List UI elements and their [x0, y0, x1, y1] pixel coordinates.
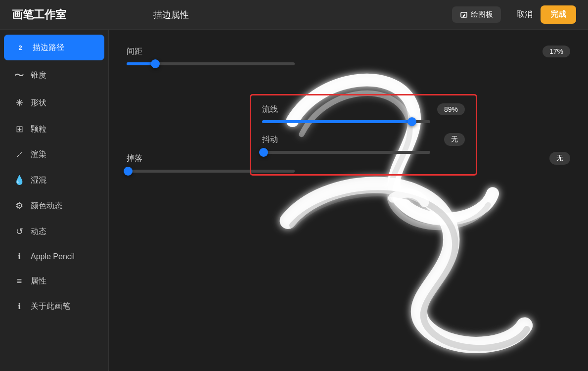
sidebar-item-label: 渲染: [31, 149, 46, 160]
color-dynamics-icon: ⚙: [14, 200, 25, 211]
brush-preview-svg: [252, 30, 588, 371]
sidebar-item-label: 属性: [31, 276, 46, 286]
sidebar-item-properties[interactable]: ≡ 属性: [4, 270, 104, 293]
drawing-board-icon: [460, 11, 468, 19]
falloff-value: 无: [549, 152, 570, 165]
sidebar-item-render[interactable]: ⟋ 渲染: [4, 143, 104, 166]
drawing-board-label: 绘图板: [471, 10, 493, 19]
header: 画笔工作室 描边属性 绘图板 取消 完成: [0, 0, 588, 30]
taper-icon: 〜: [14, 69, 25, 82]
apple-pencil-icon: ℹ: [14, 252, 25, 261]
dynamics-icon: ↺: [14, 226, 25, 237]
drawing-board-button[interactable]: 绘图板: [452, 6, 501, 23]
grain-icon: ⊞: [14, 124, 25, 135]
sidebar-item-stroke-path[interactable]: 2 描边路径: [4, 35, 104, 60]
properties-icon: ≡: [14, 276, 25, 286]
jitter-label: 抖动: [262, 135, 278, 145]
sidebar-item-dynamics[interactable]: ↺ 动态: [4, 220, 104, 243]
cancel-button[interactable]: 取消: [517, 9, 533, 20]
app-title: 画笔工作室: [12, 7, 66, 22]
content-area: 间距 17% 流线 89%: [109, 30, 588, 371]
streamline-value: 89%: [437, 103, 465, 115]
render-icon: ⟋: [14, 149, 25, 160]
sidebar-item-label: 关于此画笔: [31, 301, 70, 312]
sidebar-item-label: 动态: [31, 227, 46, 237]
sidebar: 2 描边路径 〜 锥度 ✳ 形状 ⊞ 颗粒 ⟋ 渲染 💧 湿混 ⚙ 颜色动态: [0, 30, 109, 371]
sidebar-item-apple-pencil[interactable]: ℹ Apple Pencil: [4, 245, 104, 268]
spacing-value: 17%: [543, 46, 570, 57]
main-layout: 2 描边路径 〜 锥度 ✳ 形状 ⊞ 颗粒 ⟋ 渲染 💧 湿混 ⚙ 颜色动态: [0, 30, 588, 371]
sidebar-item-grain[interactable]: ⊞ 颗粒: [4, 117, 104, 141]
falloff-track[interactable]: [127, 170, 295, 173]
sidebar-item-label: 颗粒: [31, 124, 46, 135]
sidebar-item-label: 锥度: [31, 70, 46, 81]
brush-preview-area: [252, 30, 588, 371]
sidebar-item-label: 颜色动态: [31, 201, 62, 211]
stroke-path-icon: 2: [14, 41, 27, 54]
falloff-label: 掉落: [127, 153, 142, 164]
sidebar-item-label: 形状: [31, 98, 46, 108]
sidebar-item-label: 描边路径: [33, 43, 64, 53]
sidebar-item-shape[interactable]: ✳ 形状: [4, 91, 104, 115]
section-label: 描边属性: [153, 9, 189, 21]
falloff-slider-row: 掉落 无: [127, 152, 570, 173]
sidebar-item-color-dynamics[interactable]: ⚙ 颜色动态: [4, 194, 104, 218]
sidebar-item-about[interactable]: ℹ 关于此画笔: [4, 295, 104, 318]
spacing-slider-row: 间距 17%: [127, 46, 570, 65]
sidebar-item-label: 湿混: [31, 175, 46, 186]
done-button[interactable]: 完成: [541, 5, 576, 24]
spacing-label: 间距: [127, 46, 142, 57]
about-icon: ℹ: [14, 302, 25, 311]
streamline-label: 流线: [262, 104, 278, 115]
sidebar-item-label: Apple Pencil: [31, 252, 75, 261]
jitter-slider-row: 抖动 无: [262, 133, 465, 154]
sidebar-item-wet-mix[interactable]: 💧 湿混: [4, 168, 104, 192]
sidebar-item-taper[interactable]: 〜 锥度: [4, 62, 104, 89]
streamline-track[interactable]: [262, 120, 430, 123]
jitter-value: 无: [444, 133, 465, 146]
shape-icon: ✳: [14, 97, 25, 109]
streamline-slider-row: 流线 89%: [262, 103, 465, 123]
spacing-track[interactable]: [127, 62, 295, 65]
wet-mix-icon: 💧: [14, 175, 25, 186]
